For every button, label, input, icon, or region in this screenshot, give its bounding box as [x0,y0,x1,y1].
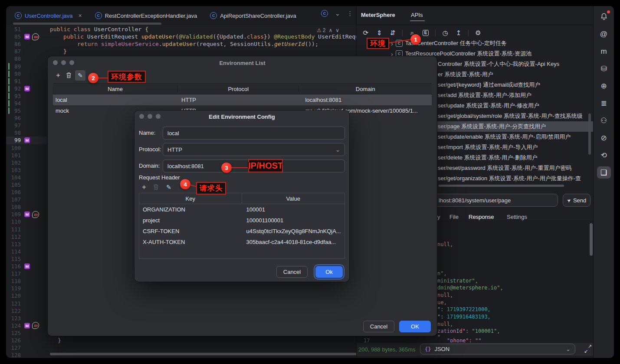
name-input[interactable] [163,127,345,140]
vcs-change-bar [8,85,10,92]
domain-label: Domain: [139,162,160,169]
chevron-down-icon[interactable]: ⌄ [335,10,340,17]
close-icon[interactable]: × [79,12,82,19]
tab-apis[interactable]: APIs [411,12,423,18]
code-line-126: } [58,337,61,344]
response-json-line: null, [437,292,453,299]
warning-count: 2 [323,27,326,33]
add-header-button[interactable]: + [140,183,148,192]
column-domain[interactable]: Domain [299,86,432,92]
line-number: 120 [6,292,21,299]
editor-tab[interactable]: C ApiReportShareController.java [208,9,308,22]
tree-vertical-scrollbar[interactable] [588,114,591,155]
metersphere-gutter-icon[interactable]: m [32,211,39,218]
collapse-all-icon[interactable]: ⇵ [388,29,397,37]
ai-assistant-icon[interactable]: @ [597,28,611,40]
tab-file[interactable]: File [449,214,459,220]
metersphere-gutter-icon[interactable]: m [32,33,39,40]
apis-toolbar: ⟳ ⇕ ⇵ ⌕ E ◷ ↥ ⚙ [361,29,483,37]
api-tree-item[interactable]: › C TaskCenterController 任务中心-定时任务 [357,38,597,49]
next-warning-icon[interactable]: ∨ [335,27,339,33]
header-row[interactable]: X-AUTH-TOKEN 305baacf-c2a4-4018-81ce-d9d… [139,237,344,247]
cancel-button[interactable]: Cancel [363,321,394,332]
annotation-label: 环境参数 [108,71,146,83]
protocol-label: Protocol: [139,146,161,153]
line-number: 104 [6,174,21,181]
annotation-number: 3 [221,162,232,173]
line-number: 118 [6,278,21,284]
column-name[interactable]: Name [53,86,178,92]
api-tree-label: ser/get/global/system/role 系统设置-系统-用户-查找… [438,112,583,120]
refresh-icon[interactable]: ⟳ [361,29,371,37]
response-json-line: zationId": "100001", [437,328,500,335]
format-select[interactable]: {} JSON ⌄ [420,344,575,354]
right-tool-rail: @ m ⛁ [593,6,614,358]
header-row[interactable]: ORGANIZATION 100001 [139,204,344,215]
code-line-87: } [63,48,67,55]
delete-environment-button[interactable] [66,72,72,79]
ok-button[interactable]: OK [399,321,431,332]
api-tree-label: ser/delete 系统设置-系统-用户-删除用户 [438,154,538,162]
environment-toolbar: + ✎ [54,70,85,81]
structure-icon[interactable]: ≣ [597,97,611,109]
tab-response[interactable]: Response [469,214,494,220]
environment-row[interactable]: local HTTP localhost:8081 [53,94,432,105]
editor-tab-label: UserController.java [25,13,73,19]
line-number: 128 [6,352,21,358]
metersphere-gutter-icon[interactable]: m [32,322,39,329]
tabbar-actions: C ⌄ ⋮ [321,10,353,17]
notifications-muted-icon[interactable]: ⊘ [597,132,611,144]
database-icon[interactable]: ⛁ [597,62,611,75]
class-icon: C [210,12,217,19]
expand-all-icon[interactable]: ⇕ [374,29,384,37]
more-options-icon[interactable]: ⋮ [347,10,353,17]
vcs-change-bar [8,93,10,99]
maven-icon[interactable]: m [597,45,611,57]
request-header-label: Request Header [139,174,180,181]
history-icon[interactable]: ◷ [440,29,450,37]
line-number: 114 [6,248,21,255]
column-key[interactable]: Key [139,193,242,204]
response-status: 200, 988 bytes, 365ms [358,346,416,353]
profiler-icon[interactable]: ⟲ [597,149,611,161]
response-json-line: ": 1719397221000, [437,306,491,313]
annotation-label: 请求头 [196,182,226,195]
expand-response-icon[interactable]: ↗ ↙ [584,345,592,353]
chevron-right-icon[interactable]: › [391,40,393,47]
metersphere-plugin-icon[interactable]: ❑ [597,166,611,179]
response-scrollbar[interactable] [590,223,593,256]
cancel-button[interactable]: Cancel [276,266,308,278]
delete-header-button[interactable] [153,184,159,191]
settings-gear-icon[interactable]: ⚙ [473,29,483,37]
editor-horizontal-scrollbar[interactable] [50,353,357,355]
header-row[interactable]: CSRF-TOKEN u4Sstq0tclTkxZeyQ8g8FNmJnKQjA… [139,226,344,237]
tree-horizontal-scrollbar[interactable] [438,185,564,187]
modified-badge: M [24,263,30,269]
environment-icon[interactable]: E [421,29,430,37]
inspection-widget[interactable]: ⚠2 ∧ ∨ [317,27,339,33]
edit-header-button[interactable]: ✎ [164,182,174,192]
column-value[interactable]: Value [242,195,345,202]
prev-warning-icon[interactable]: ∧ [328,27,332,33]
line-number: 106 [6,189,21,195]
editor-tab[interactable]: C UserController.java × [13,9,93,22]
notifications-bell-icon[interactable] [597,10,611,23]
header-row[interactable]: project 100001100001 [139,215,344,226]
line-number: 109 [6,211,21,218]
code-with-me-icon[interactable]: ⚇ [597,114,611,127]
tab-settings[interactable]: Settings [507,214,527,220]
ok-button[interactable]: Ok [315,266,343,278]
line-number: 99 [6,137,21,143]
send-button[interactable]: ➤ Send [563,194,590,207]
protocol-select[interactable]: HTTP ⌄ [163,143,345,156]
web-inspector-icon[interactable]: ⊕ [597,80,611,92]
line-number: 111 [6,226,21,233]
editor-tab-label: RestControllerExceptionHandler.java [105,13,197,19]
export-icon[interactable]: ↥ [454,29,463,37]
column-protocol[interactable]: Protocol [178,86,299,92]
add-environment-button[interactable]: + [54,71,62,80]
edit-environment-button[interactable]: ✎ [75,70,85,81]
editor-tab[interactable]: C RestControllerExceptionHandler.java [93,9,208,22]
line-number: 117 [6,270,21,277]
class-icon: C [15,12,22,19]
